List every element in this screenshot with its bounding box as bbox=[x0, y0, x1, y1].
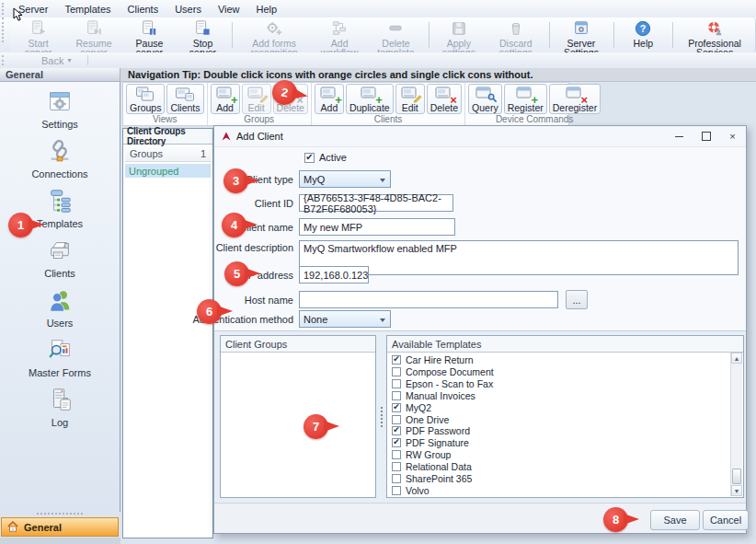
ip-address-field[interactable]: 192,168.0.123 bbox=[299, 266, 369, 284]
printer-icon bbox=[46, 237, 74, 267]
sidebar-footer-general[interactable]: General bbox=[1, 517, 119, 537]
menu-view[interactable]: View bbox=[210, 2, 248, 17]
lifebuoy-icon bbox=[705, 20, 724, 37]
authentication-method-row: Authentication method None bbox=[214, 310, 391, 328]
annotation-marker-1: 1 bbox=[8, 213, 33, 237]
sidebar-item-master-forms[interactable]: Master Forms bbox=[29, 337, 91, 378]
annotation-marker-8: 8 bbox=[603, 507, 628, 532]
template-checkbox[interactable]: ✔ bbox=[392, 474, 401, 483]
close-button[interactable]: × bbox=[719, 126, 746, 146]
sidebar-item-connections[interactable]: Connections bbox=[31, 138, 87, 179]
host-name-browse-button[interactable]: ... bbox=[566, 290, 588, 309]
scrollbar-thumb[interactable] bbox=[732, 469, 741, 484]
groups-column-header[interactable]: Groups 1 bbox=[125, 146, 211, 162]
scroll-up-icon[interactable]: ▲ bbox=[731, 353, 742, 364]
professional-services-button[interactable]: Professional Services bbox=[676, 18, 753, 52]
template-checkbox[interactable]: ✔ bbox=[392, 426, 401, 435]
sidebar-item-clients[interactable]: Clients bbox=[44, 237, 75, 279]
client-name-field[interactable]: My new MFP bbox=[299, 218, 455, 236]
deregister-icon: × bbox=[566, 87, 584, 102]
template-checkbox[interactable]: ✔ bbox=[392, 438, 401, 447]
add-workflow-button[interactable]: Add workflow bbox=[313, 18, 366, 52]
client-edit-button[interactable]: Edit bbox=[395, 84, 425, 114]
template-row[interactable]: ✔Relational Data bbox=[392, 460, 731, 472]
stop-server-button[interactable]: Stop server bbox=[176, 18, 229, 52]
menu-users[interactable]: Users bbox=[166, 2, 210, 17]
sidebar-section-header: General bbox=[0, 68, 120, 82]
menu-clients[interactable]: Clients bbox=[120, 2, 167, 17]
group-add-button[interactable]: + Add bbox=[211, 84, 240, 114]
panel-splitter[interactable] bbox=[379, 335, 384, 498]
minimize-button[interactable] bbox=[666, 126, 693, 146]
discard-settings-button[interactable]: Discard settings bbox=[486, 18, 545, 52]
cancel-button[interactable]: Cancel bbox=[703, 510, 749, 530]
active-row: ✔ Active bbox=[304, 152, 347, 163]
client-delete-button[interactable]: × Delete bbox=[427, 84, 462, 114]
maximize-button[interactable] bbox=[693, 126, 719, 146]
client-type-select[interactable]: MyQ bbox=[299, 170, 391, 188]
group-item-ungrouped[interactable]: Ungrouped bbox=[125, 164, 211, 178]
client-duplicate-button[interactable]: + Duplicate bbox=[346, 84, 394, 114]
dialog-titlebar[interactable]: Add Client × bbox=[214, 126, 746, 147]
save-button[interactable]: Save bbox=[650, 510, 700, 530]
deregister-button[interactable]: × Deregister bbox=[549, 84, 601, 114]
template-checkbox[interactable]: ✔ bbox=[392, 391, 401, 400]
back-button[interactable]: Back ▾ bbox=[34, 54, 78, 67]
authentication-method-select[interactable]: None bbox=[299, 310, 391, 328]
menu-help[interactable]: Help bbox=[248, 2, 286, 17]
client-id-label: Client ID bbox=[255, 198, 293, 209]
apply-settings-button[interactable]: Apply settings bbox=[432, 18, 487, 52]
help-button[interactable]: ? Help bbox=[616, 18, 670, 52]
query-button[interactable]: Query bbox=[468, 84, 502, 114]
client-add-button[interactable]: + Add bbox=[315, 84, 344, 114]
edit-icon bbox=[401, 87, 419, 102]
active-label: Active bbox=[319, 152, 347, 163]
template-checkbox[interactable]: ✔ bbox=[392, 450, 401, 459]
template-row[interactable]: ✔One Drive bbox=[392, 413, 731, 425]
toolbar-separator bbox=[672, 22, 673, 48]
save-disk-icon bbox=[450, 20, 468, 37]
sidebar-item-users[interactable]: Users bbox=[46, 287, 74, 329]
client-id-field[interactable]: {AB766513-3F48-4D85-BAC2-B72F6F680053} bbox=[299, 194, 453, 212]
clients-view-button[interactable]: Clients bbox=[166, 84, 203, 114]
template-row[interactable]: ✔MyQ2 bbox=[392, 401, 731, 413]
template-row[interactable]: ✔SharePoint 365 bbox=[392, 472, 731, 484]
scroll-down-icon[interactable]: ▼ bbox=[731, 485, 742, 496]
template-row[interactable]: ✔Volvo bbox=[392, 484, 731, 496]
template-checkbox[interactable]: ✔ bbox=[392, 403, 401, 412]
template-checkbox[interactable]: ✔ bbox=[392, 355, 401, 365]
trash-icon bbox=[507, 20, 525, 37]
template-row[interactable]: ✔Manual Invoices bbox=[392, 389, 731, 401]
add-forms-recognition-button[interactable]: Add forms recognition bbox=[235, 18, 313, 52]
template-row[interactable]: ✔Compose Document bbox=[392, 366, 731, 378]
template-checkbox[interactable]: ✔ bbox=[392, 367, 401, 376]
template-checkbox[interactable]: ✔ bbox=[392, 415, 401, 424]
template-row[interactable]: ✔Car Hire Return bbox=[392, 354, 731, 366]
group-edit-button[interactable]: Edit bbox=[242, 84, 271, 114]
server-settings-button[interactable]: Server Settings bbox=[552, 18, 610, 52]
connections-icon bbox=[46, 138, 74, 168]
template-checkbox[interactable]: ✔ bbox=[392, 379, 401, 388]
host-name-field[interactable] bbox=[299, 291, 558, 308]
chevron-down-icon bbox=[380, 179, 385, 182]
groups-view-button[interactable]: Groups bbox=[126, 84, 165, 114]
template-row[interactable]: ✔RW Group bbox=[392, 449, 731, 461]
groups-count: 1 bbox=[200, 148, 206, 159]
template-row[interactable]: ✔PDF Password bbox=[392, 425, 731, 437]
template-row[interactable]: ✔Epson - Scan to Fax bbox=[392, 378, 731, 390]
active-checkbox[interactable]: ✔ bbox=[304, 153, 315, 163]
resume-server-button[interactable]: Resume server bbox=[65, 18, 123, 52]
template-checkbox[interactable]: ✔ bbox=[392, 486, 401, 495]
available-templates-header: Available Templates bbox=[387, 336, 743, 353]
sidebar-item-settings[interactable]: Settings bbox=[41, 88, 78, 130]
template-row[interactable]: ✔PDF Signature bbox=[392, 437, 731, 449]
templates-scrollbar[interactable]: ▲ ▼ bbox=[730, 353, 742, 496]
pause-server-button[interactable]: Pause server bbox=[122, 18, 176, 52]
sidebar-splitter[interactable] bbox=[37, 513, 83, 515]
menu-templates[interactable]: Templates bbox=[56, 2, 119, 17]
register-button[interactable]: + Register bbox=[504, 84, 547, 114]
sidebar-item-log[interactable]: Log bbox=[46, 387, 74, 428]
delete-template-button[interactable]: Delete template bbox=[366, 18, 426, 52]
annotation-marker-2: 2 bbox=[270, 78, 299, 107]
template-checkbox[interactable]: ✔ bbox=[392, 462, 401, 471]
